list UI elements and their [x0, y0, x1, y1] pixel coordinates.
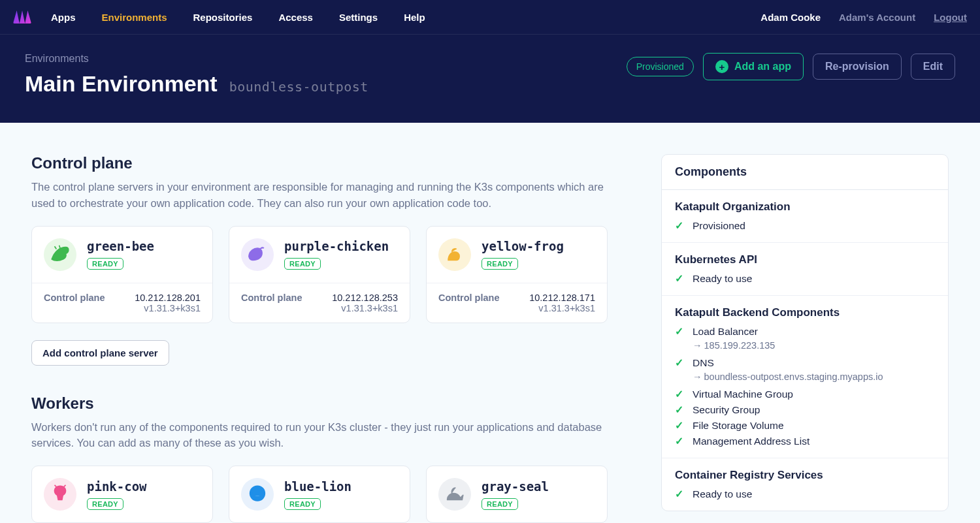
server-avatar-icon: [241, 238, 274, 271]
logo: [13, 10, 31, 24]
components-section: Katapult Organization✓Provisioned: [662, 190, 948, 243]
check-icon: ✓: [675, 488, 686, 500]
server-meta: 10.212.128.253v1.31.3+k3s1: [332, 293, 398, 313]
component-label: File Storage Volume: [693, 420, 784, 432]
nav-item-help[interactable]: Help: [404, 12, 425, 23]
hero: Environments Main Environment boundless-…: [0, 35, 980, 123]
reprovision-button[interactable]: Re-provision: [813, 54, 902, 80]
user-bar: Adam Cooke Adam's Account Logout: [760, 12, 967, 23]
server-avatar-icon: [44, 238, 76, 271]
page-title: Main Environment: [25, 71, 218, 97]
components-header: Components: [662, 155, 948, 190]
components-section-title: Katapult Backend Components: [675, 306, 935, 319]
component-row: ✓Provisioned: [675, 220, 935, 232]
server-card[interactable]: gray-sealREADY: [426, 466, 608, 523]
server-avatar-icon: [241, 478, 274, 511]
server-name: purple-chicken: [284, 239, 389, 253]
server-role: Control plane: [438, 293, 499, 303]
check-icon: ✓: [675, 388, 686, 400]
check-icon: ✓: [675, 357, 686, 369]
status-badge: READY: [284, 498, 321, 510]
server-name: green-bee: [87, 239, 154, 253]
check-icon: ✓: [675, 436, 686, 447]
control-plane-desc: The control plane servers in your enviro…: [31, 179, 619, 212]
account-link[interactable]: Adam's Account: [839, 12, 915, 23]
server-meta: 10.212.128.171v1.31.3+k3s1: [529, 293, 595, 313]
server-card[interactable]: green-beeREADYControl plane10.212.128.20…: [31, 226, 213, 323]
component-row: ✓Load Balancer: [675, 326, 935, 338]
component-label: Virtual Machine Group: [693, 388, 793, 400]
check-icon: ✓: [675, 220, 686, 232]
server-card[interactable]: blue-lionREADY: [229, 466, 410, 523]
check-icon: ✓: [675, 273, 686, 285]
user-name-link[interactable]: Adam Cooke: [760, 12, 821, 23]
component-row: ✓Virtual Machine Group: [675, 388, 935, 400]
hero-actions: Provisioned + Add an app Re-provision Ed…: [627, 53, 955, 80]
status-badge: READY: [87, 498, 123, 510]
components-section-title: Katapult Organization: [675, 200, 935, 214]
server-role: Control plane: [44, 293, 105, 303]
server-name: yellow-frog: [482, 239, 564, 253]
server-name: gray-seal: [482, 479, 549, 494]
component-sub: →boundless-outpost.envs.staging.myapps.i…: [675, 372, 935, 382]
breadcrumb: Environments: [25, 53, 368, 65]
server-meta: 10.212.128.201v1.31.3+k3s1: [135, 293, 201, 313]
sidebar: Components Katapult Organization✓Provisi…: [661, 154, 949, 511]
primary-nav: AppsEnvironmentsRepositoriesAccessSettin…: [51, 12, 760, 23]
check-icon: ✓: [675, 420, 686, 432]
component-label: DNS: [693, 357, 714, 369]
server-avatar-icon: [44, 478, 76, 511]
server-avatar-icon: [438, 238, 471, 271]
component-row: ✓Management Address List: [675, 436, 935, 447]
worker-cards: pink-cowREADYblue-lionREADYgray-sealREAD…: [31, 466, 640, 523]
component-label: Ready to use: [693, 488, 752, 500]
component-sub: →185.199.223.135: [675, 340, 935, 351]
nav-item-apps[interactable]: Apps: [51, 12, 76, 23]
server-card[interactable]: pink-cowREADY: [31, 466, 213, 523]
env-slug: boundless-outpost: [229, 79, 368, 95]
server-card[interactable]: purple-chickenREADYControl plane10.212.1…: [229, 226, 410, 323]
component-label: Load Balancer: [693, 326, 758, 338]
control-plane-cards: green-beeREADYControl plane10.212.128.20…: [31, 226, 640, 323]
status-badge: READY: [482, 258, 518, 270]
server-role: Control plane: [241, 293, 302, 303]
edit-button[interactable]: Edit: [911, 54, 955, 80]
status-badge: READY: [87, 258, 123, 270]
component-row: ✓Ready to use: [675, 273, 935, 285]
components-section-title: Container Registry Services: [675, 469, 935, 482]
components-section: Katapult Backend Components✓Load Balance…: [662, 296, 948, 458]
component-label: Management Address List: [693, 436, 809, 447]
nav-item-environments[interactable]: Environments: [102, 12, 167, 23]
hero-heading: Environments Main Environment boundless-…: [25, 53, 368, 97]
add-app-button[interactable]: + Add an app: [703, 53, 804, 80]
component-row: ✓Ready to use: [675, 488, 935, 500]
topbar: AppsEnvironmentsRepositoriesAccessSettin…: [0, 0, 980, 35]
nav-item-settings[interactable]: Settings: [339, 12, 378, 23]
server-name: pink-cow: [87, 479, 147, 494]
component-label: Security Group: [693, 404, 760, 416]
component-row: ✓DNS: [675, 357, 935, 369]
components-section: Container Registry Services✓Ready to use: [662, 458, 948, 511]
components-section-title: Kubernetes API: [675, 253, 935, 266]
control-plane-title: Control plane: [31, 154, 640, 172]
status-badge: READY: [482, 498, 518, 510]
component-label: Ready to use: [693, 273, 752, 285]
check-icon: ✓: [675, 326, 686, 338]
nav-item-access[interactable]: Access: [278, 12, 313, 23]
arrow-icon: →: [693, 372, 702, 382]
component-label: Provisioned: [693, 220, 745, 232]
status-badge: READY: [284, 258, 321, 270]
workers-desc: Workers don't run any of the components …: [31, 419, 619, 452]
plus-icon: +: [715, 60, 728, 73]
components-section: Kubernetes API✓Ready to use: [662, 243, 948, 296]
server-avatar-icon: [438, 478, 471, 511]
components-panel: Components Katapult Organization✓Provisi…: [661, 154, 949, 511]
arrow-icon: →: [693, 340, 702, 351]
logout-link[interactable]: Logout: [934, 12, 967, 23]
component-row: ✓Security Group: [675, 404, 935, 416]
main-column: Control plane The control plane servers …: [31, 154, 640, 523]
add-control-plane-button[interactable]: Add control plane server: [31, 340, 169, 366]
workers-title: Workers: [31, 394, 640, 413]
nav-item-repositories[interactable]: Repositories: [193, 12, 253, 23]
server-card[interactable]: yellow-frogREADYControl plane10.212.128.…: [426, 226, 608, 323]
